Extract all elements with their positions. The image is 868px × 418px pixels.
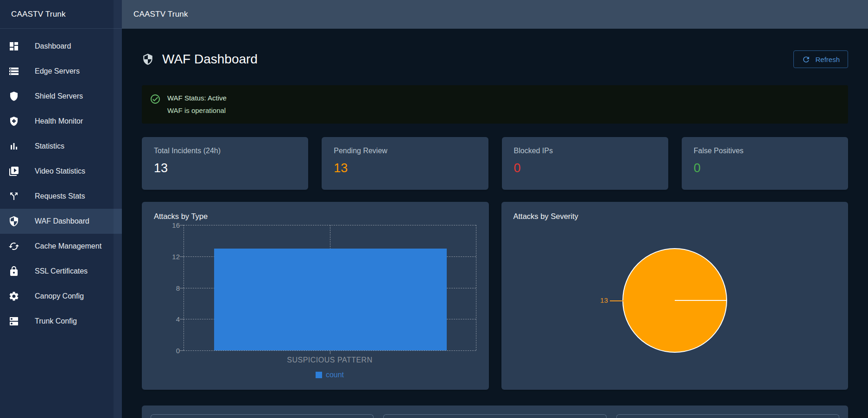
pie-slice-divider <box>675 300 726 301</box>
sidebar-item-edge-servers[interactable]: Edge Servers <box>0 59 122 84</box>
gear-icon <box>8 291 19 302</box>
sidebar-item-canopy-config[interactable]: Canopy Config <box>0 284 122 309</box>
sidebar-item-requests-stats[interactable]: Requests Stats <box>0 184 122 209</box>
sidebar-item-label: Edge Servers <box>35 67 80 75</box>
sync-icon <box>8 241 19 252</box>
sidebar-item-dashboard[interactable]: Dashboard <box>0 34 122 59</box>
stat-value: 0 <box>514 161 656 175</box>
check-circle-icon <box>150 94 161 105</box>
chart-title: Attacks by Severity <box>513 212 836 221</box>
sidebar-item-label: WAF Dashboard <box>35 217 89 225</box>
refresh-button-label: Refresh <box>815 56 840 63</box>
legend-label: count <box>326 371 344 379</box>
waf-status-banner: WAF Status: Active WAF is operational <box>142 85 848 124</box>
sidebar-item-statistics[interactable]: Statistics <box>0 134 122 159</box>
y-axis-tick-label: 8 <box>165 284 180 292</box>
stats-row: Total Incidents (24h) 13 Pending Review … <box>142 137 848 190</box>
y-axis-tick <box>180 225 184 225</box>
sidebar-item-label: Video Statistics <box>35 167 85 175</box>
call-split-icon <box>8 191 19 202</box>
bottom-panel-3 <box>616 414 839 418</box>
gridline <box>476 225 476 350</box>
page-content: WAF Dashboard Refresh WAF Status: Active… <box>122 29 868 418</box>
sidebar-item-label: SSL Certificates <box>35 267 88 275</box>
refresh-icon <box>802 55 811 64</box>
stat-card-blocked-ips: Blocked IPs 0 <box>502 137 668 190</box>
health-shield-icon <box>8 116 19 127</box>
banner-message: WAF is operational <box>167 106 227 114</box>
page-title: WAF Dashboard <box>162 52 258 67</box>
sidebar-item-label: Health Monitor <box>35 117 83 125</box>
y-axis-tick-label: 0 <box>165 347 180 355</box>
y-axis-tick <box>180 288 184 288</box>
bar-rect[interactable] <box>214 249 447 350</box>
refresh-button[interactable]: Refresh <box>793 50 848 68</box>
stat-label: False Positives <box>694 147 836 155</box>
sidebar-item-label: Statistics <box>35 142 64 150</box>
sidebar-item-ssl-certificates[interactable]: SSL Certificates <box>0 259 122 284</box>
stat-card-total-incidents: Total Incidents (24h) 13 <box>142 137 308 190</box>
bar-chart-plot: 16 12 8 4 0 <box>184 225 476 350</box>
y-axis-tick <box>180 256 184 257</box>
sidebar-item-waf-dashboard[interactable]: WAF Dashboard <box>0 209 122 234</box>
dashboard-icon <box>8 41 19 52</box>
stat-label: Blocked IPs <box>514 147 656 155</box>
topbar-title: CAASTV Trunk <box>133 10 188 19</box>
main-area: CAASTV Trunk WAF Dashboard Refresh WAF S… <box>122 0 868 418</box>
stat-label: Total Incidents (24h) <box>154 147 296 155</box>
attacks-by-type-card: Attacks by Type 16 12 8 4 <box>142 202 489 390</box>
y-axis-tick-label: 4 <box>165 315 180 323</box>
sidebar-title: CAASTV Trunk <box>0 0 122 29</box>
sidebar-item-health-monitor[interactable]: Health Monitor <box>0 109 122 134</box>
security-shield-icon <box>8 216 19 227</box>
stat-label: Pending Review <box>334 147 476 155</box>
sidebar-item-label: Cache Management <box>35 242 101 250</box>
stat-card-false-positives: False Positives 0 <box>682 137 848 190</box>
legend-swatch <box>316 372 322 378</box>
page-title-wrap: WAF Dashboard <box>142 52 258 67</box>
video-library-icon <box>8 166 19 177</box>
y-axis-tick <box>180 350 184 351</box>
page-header: WAF Dashboard Refresh <box>142 49 848 69</box>
sidebar: CAASTV Trunk Dashboard Edge Servers Shie… <box>0 0 122 418</box>
bottom-section-card <box>142 406 848 418</box>
pie-chart-area: 13 <box>513 221 836 380</box>
sidebar-item-cache-management[interactable]: Cache Management <box>0 234 122 259</box>
sidebar-item-label: Canopy Config <box>35 292 84 300</box>
lock-icon <box>8 266 19 277</box>
y-axis-tick <box>180 319 184 319</box>
security-shield-icon <box>142 53 154 65</box>
app-root: CAASTV Trunk Dashboard Edge Servers Shie… <box>0 0 868 418</box>
attacks-by-severity-card: Attacks by Severity 13 <box>501 202 849 390</box>
sidebar-item-label: Shield Servers <box>35 92 83 100</box>
x-axis-tick <box>330 350 330 354</box>
charts-row: Attacks by Type 16 12 8 4 <box>142 202 848 390</box>
dns-icon <box>8 316 19 327</box>
sidebar-item-label: Requests Stats <box>35 192 85 200</box>
sidebar-item-video-statistics[interactable]: Video Statistics <box>0 159 122 184</box>
stat-value: 13 <box>334 161 476 175</box>
banner-title: WAF Status: Active <box>167 94 227 102</box>
banner-text: WAF Status: Active WAF is operational <box>167 92 227 117</box>
pie-slice-label: 13 <box>600 296 608 304</box>
bottom-panel-2 <box>383 414 606 418</box>
storage-icon <box>8 66 19 77</box>
gridline <box>184 225 184 350</box>
sidebar-item-shield-servers[interactable]: Shield Servers <box>0 84 122 109</box>
y-axis-tick-label: 12 <box>165 252 180 260</box>
sidebar-item-label: Dashboard <box>35 42 71 50</box>
shield-icon <box>8 91 19 102</box>
bar-chart-legend[interactable]: count <box>184 371 476 379</box>
pie-label-leader-line <box>610 300 623 301</box>
bar-chart-icon <box>8 141 19 152</box>
stat-card-pending-review: Pending Review 13 <box>322 137 488 190</box>
topbar: CAASTV Trunk <box>122 0 868 29</box>
sidebar-item-trunk-config[interactable]: Trunk Config <box>0 309 122 334</box>
stat-value: 0 <box>694 161 836 175</box>
pie-slice[interactable] <box>622 248 727 353</box>
y-axis-tick-label: 16 <box>165 221 180 229</box>
x-axis-category-label: SUSPICIOUS PATTERN <box>184 356 476 364</box>
sidebar-nav: Dashboard Edge Servers Shield Servers He… <box>0 29 122 334</box>
bottom-panel-1 <box>151 414 374 418</box>
sidebar-item-label: Trunk Config <box>35 317 77 325</box>
